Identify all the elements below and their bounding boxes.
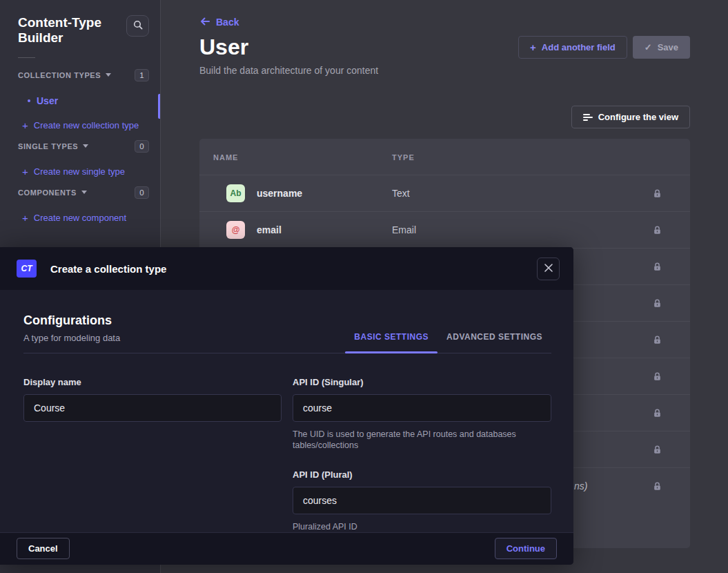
page-subtitle: Build the data architecture of your cont… <box>199 65 690 77</box>
plus-icon: + <box>22 166 28 177</box>
lock-icon <box>652 481 662 494</box>
lock-icon <box>652 408 662 421</box>
sidebar-item-user[interactable]: User <box>28 95 149 106</box>
create-collection-modal: CT Create a collection type Configuratio… <box>0 247 573 565</box>
text-field-icon: Ab <box>226 184 245 202</box>
plus-icon: + <box>22 213 28 223</box>
plus-icon: + <box>530 42 536 52</box>
sidebar-divider <box>18 57 35 58</box>
api-id-plural-label: API ID (Plural) <box>293 469 551 480</box>
add-another-field-button[interactable]: + Add another field <box>518 36 627 59</box>
tab-advanced-settings[interactable]: ADVANCED SETTINGS <box>437 332 551 353</box>
tab-basic-settings[interactable]: BASIC SETTINGS <box>345 332 437 353</box>
field-type: Text <box>392 188 410 199</box>
components-count: 0 <box>135 186 149 199</box>
column-header-name: NAME <box>213 153 238 162</box>
configure-view-button[interactable]: Configure the view <box>571 106 690 128</box>
collection-types-count: 1 <box>135 69 149 81</box>
cancel-button[interactable]: Cancel <box>17 538 70 559</box>
lock-icon <box>652 262 662 275</box>
field-type: Email <box>392 224 416 235</box>
lock-icon <box>652 225 662 238</box>
lock-icon <box>652 188 662 202</box>
close-button[interactable] <box>537 258 560 280</box>
field-name: username <box>257 188 302 199</box>
configurations-title: Configurations <box>23 313 120 328</box>
create-collection-type-link[interactable]: + Create new collection type <box>22 120 149 130</box>
search-button[interactable] <box>126 15 149 37</box>
modal-body: Configurations A type for modeling data … <box>0 290 573 532</box>
chevron-down-icon <box>81 191 87 194</box>
search-icon <box>132 19 144 33</box>
continue-button[interactable]: Continue <box>495 538 557 559</box>
create-component-link[interactable]: + Create new component <box>22 213 149 223</box>
lock-icon <box>652 335 662 348</box>
back-link[interactable]: Back <box>199 17 239 28</box>
chevron-down-icon <box>106 73 111 77</box>
api-id-plural-help: Pluralized API ID <box>293 521 551 532</box>
lock-icon <box>652 298 662 311</box>
content-type-badge: CT <box>17 260 37 278</box>
close-icon <box>544 264 553 274</box>
modal-footer: Cancel Continue <box>0 532 573 565</box>
check-icon: ✓ <box>645 42 652 52</box>
create-single-type-link[interactable]: + Create new single type <box>22 166 149 177</box>
column-header-type: TYPE <box>392 153 415 162</box>
table-row[interactable]: @ email Email <box>199 211 690 248</box>
field-type-fragment: ns) <box>574 480 587 492</box>
api-id-singular-input[interactable] <box>293 394 551 422</box>
email-field-icon: @ <box>226 221 245 239</box>
bullet-icon <box>28 99 30 102</box>
single-types-count: 0 <box>135 140 149 153</box>
section-single-types[interactable]: SINGLE TYPES 0 <box>18 140 149 153</box>
table-row[interactable]: Ab username Text <box>199 175 690 211</box>
configurations-subtitle: A type for modeling data <box>23 333 120 353</box>
section-collection-types[interactable]: COLLECTION TYPES 1 <box>18 69 149 81</box>
field-name: email <box>257 224 282 235</box>
lock-icon <box>652 445 662 458</box>
save-button[interactable]: ✓ Save <box>633 36 690 59</box>
api-id-plural-input[interactable] <box>293 487 551 514</box>
chevron-down-icon <box>83 144 88 148</box>
lock-icon <box>652 371 662 385</box>
layout-lines-icon <box>583 114 593 121</box>
api-id-singular-help: The UID is used to generate the API rout… <box>293 429 551 451</box>
settings-tabs: BASIC SETTINGS ADVANCED SETTINGS <box>345 332 551 353</box>
api-id-singular-label: API ID (Singular) <box>293 377 551 387</box>
arrow-left-icon <box>199 16 210 29</box>
section-components[interactable]: COMPONENTS 0 <box>18 186 149 199</box>
modal-header: CT Create a collection type <box>0 247 573 290</box>
table-header: NAME TYPE <box>199 139 690 175</box>
page-title: User <box>199 35 248 60</box>
modal-title: Create a collection type <box>50 263 166 275</box>
display-name-input[interactable] <box>23 394 282 422</box>
app-title: Content-Type Builder <box>18 15 108 46</box>
display-name-label: Display name <box>23 377 282 387</box>
plus-icon: + <box>22 120 28 130</box>
active-item-indicator <box>158 94 160 119</box>
